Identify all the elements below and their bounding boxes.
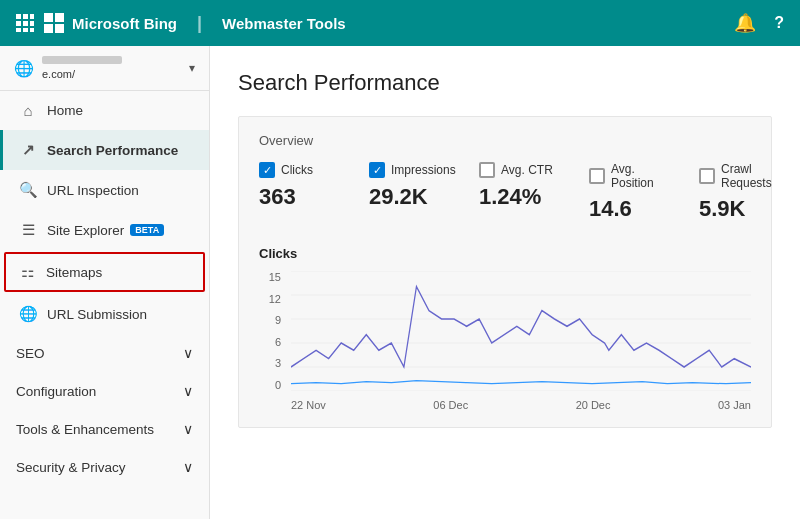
svg-rect-8 — [30, 28, 34, 32]
svg-rect-2 — [30, 14, 34, 19]
metric-clicks: ✓ Clicks 363 — [259, 162, 369, 222]
search-performance-icon: ↗ — [19, 141, 37, 159]
brand-label: Microsoft Bing — [72, 15, 177, 32]
y-label-3: 3 — [259, 357, 287, 369]
topbar: Microsoft Bing | Webmaster Tools 🔔 ? — [0, 0, 800, 46]
help-icon[interactable]: ? — [774, 14, 784, 32]
crawl-requests-value: 5.9K — [699, 196, 745, 222]
url-selector[interactable]: 🌐 e.com/ ▾ — [0, 46, 209, 91]
page-title: Search Performance — [238, 70, 772, 96]
brand-separator: | — [197, 13, 202, 34]
sidebar-item-site-explorer[interactable]: ☰ Site Explorer BETA — [0, 210, 209, 250]
tools-label: Tools & Enhancements — [16, 422, 154, 437]
beta-badge: BETA — [130, 224, 164, 236]
site-explorer-row: Site Explorer BETA — [47, 223, 164, 238]
overview-section: Overview ✓ Clicks 363 ✓ — [238, 116, 772, 428]
sidebar-item-sitemaps-label: Sitemaps — [46, 265, 102, 280]
clicks-label: Clicks — [281, 163, 313, 177]
svg-rect-7 — [23, 28, 28, 32]
layout: 🌐 e.com/ ▾ ⌂ Home ↗ Search Performance 🔍… — [0, 46, 800, 519]
metric-impressions-checkbox-row: ✓ Impressions — [369, 162, 456, 178]
svg-rect-1 — [23, 14, 28, 19]
y-label-6: 6 — [259, 336, 287, 348]
sidebar-section-tools[interactable]: Tools & Enhancements ∨ — [0, 410, 209, 448]
clicks-line — [291, 287, 751, 367]
metric-avg-ctr: Avg. CTR 1.24% — [479, 162, 589, 222]
metric-impressions: ✓ Impressions 29.2K — [369, 162, 479, 222]
impressions-label: Impressions — [391, 163, 456, 177]
impressions-line — [291, 381, 751, 384]
url-text: e.com/ — [42, 56, 189, 80]
metric-ctr-checkbox-row: Avg. CTR — [479, 162, 553, 178]
x-label-22nov: 22 Nov — [291, 399, 326, 411]
chart-container: 15 12 9 6 3 0 — [259, 271, 751, 411]
url-chevron: ▾ — [189, 61, 195, 75]
sidebar-section-seo[interactable]: SEO ∨ — [0, 334, 209, 372]
x-label-06dec: 06 Dec — [433, 399, 468, 411]
x-label-20dec: 20 Dec — [576, 399, 611, 411]
topbar-actions: 🔔 ? — [734, 12, 784, 34]
url-line2: e.com/ — [42, 68, 189, 80]
crawl-requests-checkbox[interactable] — [699, 168, 715, 184]
configuration-label: Configuration — [16, 384, 96, 399]
main-content: Search Performance Overview ✓ Clicks 363 — [210, 46, 800, 519]
sidebar-section-security[interactable]: Security & Privacy ∨ — [0, 448, 209, 486]
avg-ctr-label: Avg. CTR — [501, 163, 553, 177]
y-label-12: 12 — [259, 293, 287, 305]
metric-clicks-checkbox-row: ✓ Clicks — [259, 162, 313, 178]
avg-ctr-checkbox[interactable] — [479, 162, 495, 178]
security-label: Security & Privacy — [16, 460, 126, 475]
sidebar-item-sitemaps[interactable]: ⚏ Sitemaps — [4, 252, 205, 292]
y-label-15: 15 — [259, 271, 287, 283]
sidebar-section-configuration[interactable]: Configuration ∨ — [0, 372, 209, 410]
site-explorer-icon: ☰ — [19, 221, 37, 239]
windows-icon — [44, 13, 64, 33]
overview-label: Overview — [259, 133, 751, 148]
y-label-9: 9 — [259, 314, 287, 326]
crawl-requests-label: Crawl Requests — [721, 162, 789, 190]
impressions-checkbox[interactable]: ✓ — [369, 162, 385, 178]
clicks-value: 363 — [259, 184, 296, 210]
sidebar-item-url-submission-label: URL Submission — [47, 307, 147, 322]
metric-crawl-requests: Crawl Requests 5.9K — [699, 162, 800, 222]
chart-svg — [291, 271, 751, 391]
sidebar-item-url-inspection-label: URL Inspection — [47, 183, 139, 198]
sidebar: 🌐 e.com/ ▾ ⌂ Home ↗ Search Performance 🔍… — [0, 46, 210, 519]
sidebar-item-url-submission[interactable]: 🌐 URL Submission — [0, 294, 209, 334]
metrics-row: ✓ Clicks 363 ✓ Impressions 29.2K — [259, 162, 751, 222]
svg-rect-3 — [16, 21, 21, 26]
metric-position-checkbox-row: Avg. Position — [589, 162, 679, 190]
sidebar-item-search-performance[interactable]: ↗ Search Performance — [0, 130, 209, 170]
chart-area — [291, 271, 751, 391]
grid-icon[interactable] — [16, 14, 34, 32]
security-chevron: ∨ — [183, 459, 193, 475]
svg-rect-6 — [16, 28, 21, 32]
metric-avg-position: Avg. Position 14.6 — [589, 162, 699, 222]
url-blurred — [42, 56, 122, 64]
sidebar-item-home[interactable]: ⌂ Home — [0, 91, 209, 130]
sidebar-item-search-performance-label: Search Performance — [47, 143, 178, 158]
home-icon: ⌂ — [19, 102, 37, 119]
topbar-logo: Microsoft Bing | Webmaster Tools — [44, 13, 346, 34]
clicks-checkbox[interactable]: ✓ — [259, 162, 275, 178]
seo-chevron: ∨ — [183, 345, 193, 361]
x-label-03jan: 03 Jan — [718, 399, 751, 411]
sidebar-item-home-label: Home — [47, 103, 83, 118]
url-inspection-icon: 🔍 — [19, 181, 37, 199]
sidebar-item-url-inspection[interactable]: 🔍 URL Inspection — [0, 170, 209, 210]
chart-title: Clicks — [259, 246, 751, 261]
sidebar-item-site-explorer-label: Site Explorer — [47, 223, 124, 238]
metric-crawl-checkbox-row: Crawl Requests — [699, 162, 789, 190]
svg-rect-0 — [16, 14, 21, 19]
chart-y-axis: 15 12 9 6 3 0 — [259, 271, 287, 391]
avg-ctr-value: 1.24% — [479, 184, 541, 210]
notification-icon[interactable]: 🔔 — [734, 12, 756, 34]
svg-rect-5 — [30, 21, 34, 26]
avg-position-value: 14.6 — [589, 196, 632, 222]
sitemaps-icon: ⚏ — [18, 263, 36, 281]
globe-icon: 🌐 — [14, 59, 34, 78]
avg-position-checkbox[interactable] — [589, 168, 605, 184]
svg-rect-4 — [23, 21, 28, 26]
avg-position-label: Avg. Position — [611, 162, 679, 190]
url-submission-icon: 🌐 — [19, 305, 37, 323]
